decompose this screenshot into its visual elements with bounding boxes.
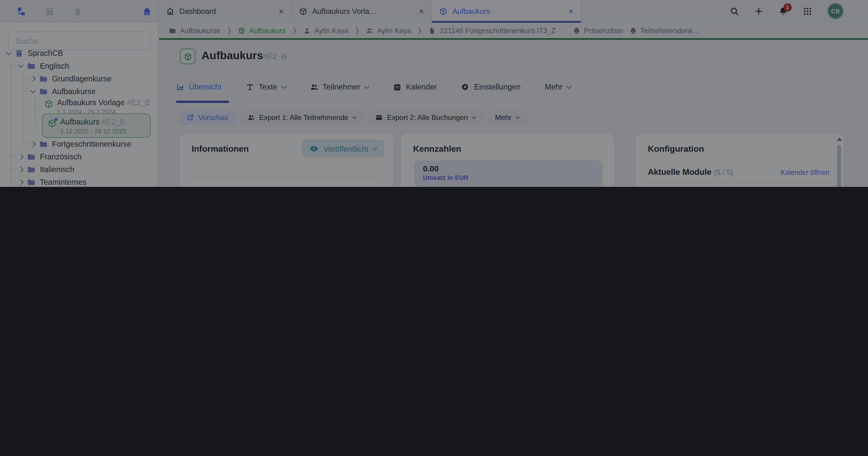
modal-backdrop[interactable] (0, 0, 868, 187)
app-window: Dashboard ✕ Aufbaukurs Vorla… ✕ Aufbauku… (0, 0, 868, 187)
